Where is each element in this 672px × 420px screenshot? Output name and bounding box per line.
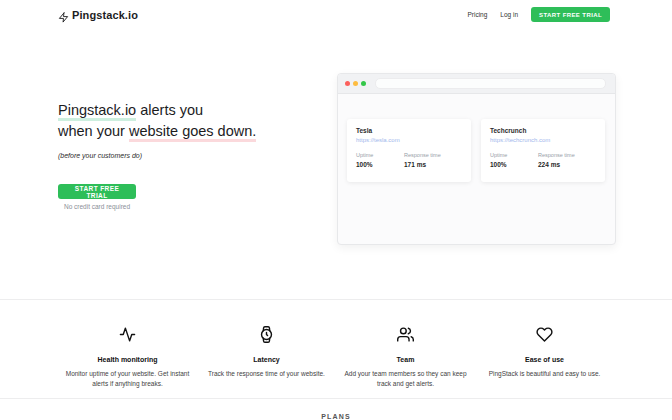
uptime-label: Uptime: [356, 152, 404, 158]
site-stats: Uptime 100% Response time 224 ms: [490, 152, 596, 168]
hero-start-trial-button[interactable]: START FREE TRIAL: [58, 184, 136, 199]
hero-heading-line1: Pingstack.io alerts you: [58, 100, 256, 121]
hero-subheading: (before your customers do): [58, 152, 142, 159]
header: Pingstack.io Pricing Log in START FREE T…: [0, 0, 672, 29]
feature-description: Monitor uptime of your website. Get inst…: [65, 369, 190, 389]
feature-ease-of-use: Ease of use PingStack is beautiful and e…: [475, 326, 614, 389]
users-icon: [397, 326, 414, 343]
uptime-value: 100%: [356, 161, 404, 168]
uptime-label: Uptime: [490, 152, 538, 158]
landing-page: Pingstack.io Pricing Log in START FREE T…: [0, 0, 672, 420]
feature-team: Team Add your team members so they can k…: [336, 326, 475, 389]
response-value: 171 ms: [404, 161, 452, 168]
activity-icon: [119, 326, 136, 343]
monitor-cards: Tesla https://tesla.com Uptime 100% Resp…: [347, 119, 605, 182]
site-url: https://techcrunch.com: [490, 137, 596, 143]
zap-icon: [58, 9, 69, 20]
plans-section-label: PLANS: [0, 413, 672, 420]
uptime-stat: Uptime 100%: [356, 152, 404, 168]
window-dot-yellow-icon: [353, 81, 358, 86]
hero-cta-note: No credit card required: [58, 203, 136, 210]
monitor-card-techcrunch: Techcrunch https://techcrunch.com Uptime…: [481, 119, 605, 182]
feature-title: Health monitoring: [65, 356, 190, 363]
hero-line1-rest: alerts you: [136, 102, 203, 118]
feature-description: Track the response time of your website.: [204, 369, 329, 379]
monitor-card-tesla: Tesla https://tesla.com Uptime 100% Resp…: [347, 119, 471, 182]
site-name: Techcrunch: [490, 127, 596, 134]
browser-titlebar: [338, 74, 615, 94]
site-url: https://tesla.com: [356, 137, 462, 143]
feature-latency: Latency Track the response time of your …: [197, 326, 336, 389]
feature-title: Team: [343, 356, 468, 363]
response-label: Response time: [538, 152, 586, 158]
feature-title: Ease of use: [482, 356, 607, 363]
hero-highlight-down: website goes down.: [129, 123, 256, 142]
heart-icon: [536, 326, 553, 343]
features-row: Health monitoring Monitor uptime of your…: [58, 326, 614, 389]
feature-health-monitoring: Health monitoring Monitor uptime of your…: [58, 326, 197, 389]
header-nav: Pricing Log in START FREE TRIAL: [467, 7, 610, 22]
hero-heading: Pingstack.io alerts you when your websit…: [58, 100, 256, 142]
site-name: Tesla: [356, 127, 462, 134]
feature-description: Add your team members so they can keep t…: [343, 369, 468, 389]
brand-name: Pingstack.io: [72, 9, 138, 21]
response-stat: Response time 171 ms: [404, 152, 452, 168]
browser-address-bar: [375, 78, 606, 89]
hero-highlight-brand: Pingstack.io: [58, 102, 136, 121]
response-label: Response time: [404, 152, 452, 158]
plans-divider: [0, 398, 672, 399]
browser-mockup-window: Tesla https://tesla.com Uptime 100% Resp…: [337, 73, 616, 245]
nav-link-login[interactable]: Log in: [500, 11, 518, 18]
hero-line2-pre: when your: [58, 123, 129, 139]
watch-icon: [258, 326, 275, 343]
window-dot-green-icon: [361, 81, 366, 86]
header-start-trial-button[interactable]: START FREE TRIAL: [531, 7, 610, 22]
feature-title: Latency: [204, 356, 329, 363]
nav-link-pricing[interactable]: Pricing: [467, 11, 487, 18]
response-stat: Response time 224 ms: [538, 152, 586, 168]
features-divider: [0, 299, 672, 300]
brand-logo[interactable]: Pingstack.io: [58, 9, 138, 21]
uptime-stat: Uptime 100%: [490, 152, 538, 168]
site-stats: Uptime 100% Response time 171 ms: [356, 152, 462, 168]
hero-heading-line2: when your website goes down.: [58, 121, 256, 142]
response-value: 224 ms: [538, 161, 586, 168]
uptime-value: 100%: [490, 161, 538, 168]
feature-description: PingStack is beautiful and easy to use.: [482, 369, 607, 379]
window-dot-red-icon: [345, 81, 350, 86]
